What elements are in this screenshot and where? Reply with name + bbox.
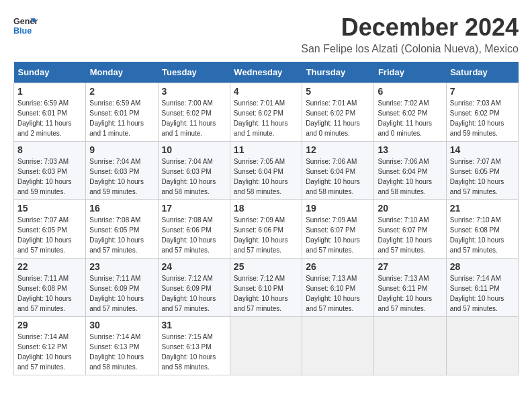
week-row-1: 1Sunrise: 6:59 AM Sunset: 6:01 PM Daylig… (14, 83, 519, 142)
calendar-cell (446, 317, 518, 375)
logo-icon: General Blue (13, 13, 38, 38)
calendar-cell: 13Sunrise: 7:06 AM Sunset: 6:04 PM Dayli… (374, 142, 446, 200)
day-number: 28 (450, 261, 515, 272)
svg-text:Blue: Blue (13, 26, 32, 36)
header-row: Sunday Monday Tuesday Wednesday Thursday… (14, 62, 519, 83)
calendar-cell: 28Sunrise: 7:14 AM Sunset: 6:11 PM Dayli… (446, 259, 518, 317)
calendar-cell: 21Sunrise: 7:10 AM Sunset: 6:08 PM Dayli… (446, 200, 518, 259)
day-info: Sunrise: 7:05 AM Sunset: 6:04 PM Dayligh… (234, 156, 298, 197)
calendar-cell: 29Sunrise: 7:14 AM Sunset: 6:12 PM Dayli… (14, 317, 86, 375)
day-info: Sunrise: 7:11 AM Sunset: 6:09 PM Dayligh… (89, 273, 154, 314)
header-saturday: Saturday (446, 62, 518, 83)
header-monday: Monday (86, 62, 158, 83)
day-info: Sunrise: 7:04 AM Sunset: 6:03 PM Dayligh… (162, 156, 226, 197)
calendar-cell: 20Sunrise: 7:10 AM Sunset: 6:07 PM Dayli… (374, 200, 446, 259)
calendar-cell: 16Sunrise: 7:08 AM Sunset: 6:05 PM Dayli… (86, 200, 158, 259)
day-number: 23 (89, 261, 154, 272)
day-info: Sunrise: 7:15 AM Sunset: 6:13 PM Dayligh… (162, 332, 226, 372)
calendar-cell: 18Sunrise: 7:09 AM Sunset: 6:06 PM Dayli… (230, 200, 302, 259)
calendar-cell: 4Sunrise: 7:01 AM Sunset: 6:02 PM Daylig… (230, 83, 302, 142)
day-info: Sunrise: 7:13 AM Sunset: 6:10 PM Dayligh… (306, 273, 370, 314)
week-row-3: 15Sunrise: 7:07 AM Sunset: 6:05 PM Dayli… (14, 200, 519, 259)
calendar-cell: 31Sunrise: 7:15 AM Sunset: 6:13 PM Dayli… (158, 317, 230, 375)
day-number: 19 (306, 203, 370, 214)
day-info: Sunrise: 7:14 AM Sunset: 6:11 PM Dayligh… (450, 273, 515, 314)
day-number: 13 (378, 144, 442, 155)
calendar-cell: 5Sunrise: 7:01 AM Sunset: 6:02 PM Daylig… (302, 83, 374, 142)
day-info: Sunrise: 7:14 AM Sunset: 6:12 PM Dayligh… (17, 332, 82, 372)
day-number: 25 (234, 261, 298, 272)
header-thursday: Thursday (302, 62, 374, 83)
calendar-cell: 11Sunrise: 7:05 AM Sunset: 6:04 PM Dayli… (230, 142, 302, 200)
day-info: Sunrise: 6:59 AM Sunset: 6:01 PM Dayligh… (89, 98, 154, 138)
day-number: 8 (17, 144, 82, 155)
day-info: Sunrise: 7:13 AM Sunset: 6:11 PM Dayligh… (378, 273, 442, 314)
calendar-cell: 7Sunrise: 7:03 AM Sunset: 6:02 PM Daylig… (446, 83, 518, 142)
day-number: 7 (450, 86, 515, 97)
header-friday: Friday (374, 62, 446, 83)
day-number: 24 (162, 261, 226, 272)
day-info: Sunrise: 7:00 AM Sunset: 6:02 PM Dayligh… (162, 98, 226, 138)
day-info: Sunrise: 7:06 AM Sunset: 6:04 PM Dayligh… (306, 156, 370, 197)
calendar-cell: 14Sunrise: 7:07 AM Sunset: 6:05 PM Dayli… (446, 142, 518, 200)
day-number: 6 (378, 86, 442, 97)
calendar-cell: 1Sunrise: 6:59 AM Sunset: 6:01 PM Daylig… (14, 83, 86, 142)
day-info: Sunrise: 7:12 AM Sunset: 6:09 PM Dayligh… (162, 273, 226, 314)
calendar-cell: 30Sunrise: 7:14 AM Sunset: 6:13 PM Dayli… (86, 317, 158, 375)
week-row-4: 22Sunrise: 7:11 AM Sunset: 6:08 PM Dayli… (14, 259, 519, 317)
calendar-cell: 2Sunrise: 6:59 AM Sunset: 6:01 PM Daylig… (86, 83, 158, 142)
header-sunday: Sunday (14, 62, 86, 83)
calendar-cell: 25Sunrise: 7:12 AM Sunset: 6:10 PM Dayli… (230, 259, 302, 317)
day-number: 4 (234, 86, 298, 97)
day-info: Sunrise: 7:03 AM Sunset: 6:02 PM Dayligh… (450, 98, 515, 138)
calendar-table: Sunday Monday Tuesday Wednesday Thursday… (13, 62, 519, 375)
day-number: 29 (17, 320, 82, 330)
page-header: General Blue December 2024 San Felipe lo… (13, 13, 519, 55)
day-number: 10 (162, 144, 226, 155)
calendar-cell: 12Sunrise: 7:06 AM Sunset: 6:04 PM Dayli… (302, 142, 374, 200)
calendar-cell: 3Sunrise: 7:00 AM Sunset: 6:02 PM Daylig… (158, 83, 230, 142)
day-info: Sunrise: 7:09 AM Sunset: 6:06 PM Dayligh… (234, 215, 298, 255)
day-number: 18 (234, 203, 298, 214)
calendar-cell: 9Sunrise: 7:04 AM Sunset: 6:03 PM Daylig… (86, 142, 158, 200)
day-info: Sunrise: 7:08 AM Sunset: 6:05 PM Dayligh… (89, 215, 154, 255)
day-number: 20 (378, 203, 442, 214)
week-row-5: 29Sunrise: 7:14 AM Sunset: 6:12 PM Dayli… (14, 317, 519, 375)
calendar-cell: 8Sunrise: 7:03 AM Sunset: 6:03 PM Daylig… (14, 142, 86, 200)
day-number: 30 (89, 320, 154, 330)
day-info: Sunrise: 7:02 AM Sunset: 6:02 PM Dayligh… (378, 98, 442, 138)
header-wednesday: Wednesday (230, 62, 302, 83)
calendar-cell: 10Sunrise: 7:04 AM Sunset: 6:03 PM Dayli… (158, 142, 230, 200)
day-info: Sunrise: 7:10 AM Sunset: 6:07 PM Dayligh… (378, 215, 442, 255)
day-info: Sunrise: 7:07 AM Sunset: 6:05 PM Dayligh… (17, 215, 82, 255)
day-info: Sunrise: 7:06 AM Sunset: 6:04 PM Dayligh… (378, 156, 442, 197)
day-number: 5 (306, 86, 370, 97)
day-number: 1 (17, 86, 82, 97)
day-info: Sunrise: 7:08 AM Sunset: 6:06 PM Dayligh… (162, 215, 226, 255)
day-info: Sunrise: 7:03 AM Sunset: 6:03 PM Dayligh… (17, 156, 82, 197)
calendar-cell: 26Sunrise: 7:13 AM Sunset: 6:10 PM Dayli… (302, 259, 374, 317)
day-info: Sunrise: 7:09 AM Sunset: 6:07 PM Dayligh… (306, 215, 370, 255)
calendar-cell: 27Sunrise: 7:13 AM Sunset: 6:11 PM Dayli… (374, 259, 446, 317)
logo: General Blue (13, 13, 38, 38)
calendar-cell: 24Sunrise: 7:12 AM Sunset: 6:09 PM Dayli… (158, 259, 230, 317)
calendar-cell (230, 317, 302, 375)
day-info: Sunrise: 7:04 AM Sunset: 6:03 PM Dayligh… (89, 156, 154, 197)
day-number: 26 (306, 261, 370, 272)
day-number: 27 (378, 261, 442, 272)
calendar-cell (302, 317, 374, 375)
day-info: Sunrise: 7:10 AM Sunset: 6:08 PM Dayligh… (450, 215, 515, 255)
day-number: 14 (450, 144, 515, 155)
calendar-cell (374, 317, 446, 375)
header-tuesday: Tuesday (158, 62, 230, 83)
day-number: 16 (89, 203, 154, 214)
day-number: 11 (234, 144, 298, 155)
day-info: Sunrise: 7:01 AM Sunset: 6:02 PM Dayligh… (306, 98, 370, 138)
week-row-2: 8Sunrise: 7:03 AM Sunset: 6:03 PM Daylig… (14, 142, 519, 200)
day-number: 15 (17, 203, 82, 214)
calendar-cell: 19Sunrise: 7:09 AM Sunset: 6:07 PM Dayli… (302, 200, 374, 259)
day-info: Sunrise: 7:12 AM Sunset: 6:10 PM Dayligh… (234, 273, 298, 314)
calendar-cell: 6Sunrise: 7:02 AM Sunset: 6:02 PM Daylig… (374, 83, 446, 142)
day-number: 12 (306, 144, 370, 155)
day-info: Sunrise: 7:07 AM Sunset: 6:05 PM Dayligh… (450, 156, 515, 197)
